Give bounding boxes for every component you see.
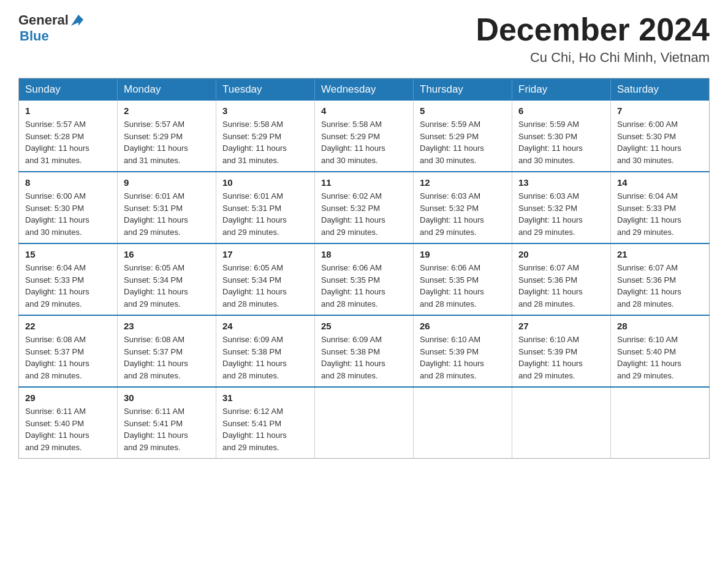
day-info: Sunrise: 6:01 AMSunset: 5:31 PMDaylight:… — [124, 190, 210, 238]
day-number: 3 — [222, 105, 308, 116]
calendar-cell: 3 Sunrise: 5:58 AMSunset: 5:29 PMDayligh… — [216, 101, 315, 172]
calendar-cell: 14 Sunrise: 6:04 AMSunset: 5:33 PMDaylig… — [611, 172, 710, 243]
logo-blue-text: Blue — [20, 28, 49, 44]
calendar-cell: 5 Sunrise: 5:59 AMSunset: 5:29 PMDayligh… — [414, 101, 512, 172]
calendar-table: SundayMondayTuesdayWednesdayThursdayFrid… — [18, 78, 710, 459]
calendar-cell: 28 Sunrise: 6:10 AMSunset: 5:40 PMDaylig… — [611, 315, 710, 387]
day-info: Sunrise: 5:57 AMSunset: 5:28 PMDaylight:… — [25, 118, 111, 166]
calendar-cell: 17 Sunrise: 6:05 AMSunset: 5:34 PMDaylig… — [216, 243, 315, 315]
weekday-header-sunday: Sunday — [19, 79, 118, 101]
calendar-cell: 21 Sunrise: 6:07 AMSunset: 5:36 PMDaylig… — [611, 243, 710, 315]
day-number: 10 — [222, 177, 308, 188]
day-number: 8 — [25, 177, 111, 188]
calendar-cell: 15 Sunrise: 6:04 AMSunset: 5:33 PMDaylig… — [19, 243, 118, 315]
calendar-cell: 23 Sunrise: 6:08 AMSunset: 5:37 PMDaylig… — [118, 315, 216, 387]
day-number: 25 — [321, 321, 407, 331]
calendar-cell — [414, 387, 512, 459]
day-info: Sunrise: 5:59 AMSunset: 5:30 PMDaylight:… — [518, 118, 604, 166]
logo-general-text: General — [18, 12, 69, 28]
day-info: Sunrise: 6:09 AMSunset: 5:38 PMDaylight:… — [321, 334, 407, 381]
calendar-cell: 25 Sunrise: 6:09 AMSunset: 5:38 PMDaylig… — [315, 315, 414, 387]
calendar-cell — [611, 387, 710, 459]
page-header: General Blue December 2024 Cu Chi, Ho Ch… — [18, 12, 710, 66]
calendar-cell: 11 Sunrise: 6:02 AMSunset: 5:32 PMDaylig… — [315, 172, 414, 243]
day-info: Sunrise: 5:59 AMSunset: 5:29 PMDaylight:… — [420, 118, 506, 166]
day-info: Sunrise: 5:58 AMSunset: 5:29 PMDaylight:… — [222, 118, 308, 166]
day-number: 22 — [25, 321, 111, 331]
day-number: 20 — [518, 249, 604, 259]
day-info: Sunrise: 6:04 AMSunset: 5:33 PMDaylight:… — [617, 190, 703, 238]
weekday-header-wednesday: Wednesday — [315, 79, 414, 101]
calendar-cell: 10 Sunrise: 6:01 AMSunset: 5:31 PMDaylig… — [216, 172, 315, 243]
day-number: 11 — [321, 177, 407, 188]
calendar-cell: 2 Sunrise: 5:57 AMSunset: 5:29 PMDayligh… — [118, 101, 216, 172]
day-number: 4 — [321, 105, 407, 116]
calendar-cell: 29 Sunrise: 6:11 AMSunset: 5:40 PMDaylig… — [19, 387, 118, 459]
day-info: Sunrise: 6:07 AMSunset: 5:36 PMDaylight:… — [518, 262, 604, 310]
day-info: Sunrise: 6:05 AMSunset: 5:34 PMDaylight:… — [222, 262, 308, 310]
weekday-header-row: SundayMondayTuesdayWednesdayThursdayFrid… — [19, 79, 710, 101]
day-number: 27 — [518, 321, 604, 331]
weekday-header-saturday: Saturday — [611, 79, 710, 101]
week-row-5: 29 Sunrise: 6:11 AMSunset: 5:40 PMDaylig… — [19, 387, 710, 459]
day-number: 28 — [617, 321, 703, 331]
day-info: Sunrise: 5:57 AMSunset: 5:29 PMDaylight:… — [124, 118, 210, 166]
day-info: Sunrise: 6:08 AMSunset: 5:37 PMDaylight:… — [25, 334, 111, 381]
day-number: 29 — [25, 393, 111, 403]
calendar-cell: 1 Sunrise: 5:57 AMSunset: 5:28 PMDayligh… — [19, 101, 118, 172]
calendar-cell: 13 Sunrise: 6:03 AMSunset: 5:32 PMDaylig… — [512, 172, 611, 243]
calendar-cell: 6 Sunrise: 5:59 AMSunset: 5:30 PMDayligh… — [512, 101, 611, 172]
logo: General Blue — [18, 12, 83, 44]
weekday-header-thursday: Thursday — [414, 79, 512, 101]
day-number: 21 — [617, 249, 703, 259]
day-info: Sunrise: 6:03 AMSunset: 5:32 PMDaylight:… — [420, 190, 506, 238]
day-info: Sunrise: 6:06 AMSunset: 5:35 PMDaylight:… — [321, 262, 407, 310]
day-number: 1 — [25, 105, 111, 116]
calendar-cell — [512, 387, 611, 459]
day-info: Sunrise: 6:00 AMSunset: 5:30 PMDaylight:… — [25, 190, 111, 238]
day-number: 5 — [420, 105, 506, 116]
day-info: Sunrise: 6:06 AMSunset: 5:35 PMDaylight:… — [420, 262, 506, 310]
calendar-cell: 12 Sunrise: 6:03 AMSunset: 5:32 PMDaylig… — [414, 172, 512, 243]
day-info: Sunrise: 6:00 AMSunset: 5:30 PMDaylight:… — [617, 118, 703, 166]
calendar-cell: 20 Sunrise: 6:07 AMSunset: 5:36 PMDaylig… — [512, 243, 611, 315]
day-info: Sunrise: 6:12 AMSunset: 5:41 PMDaylight:… — [222, 405, 308, 453]
day-info: Sunrise: 6:08 AMSunset: 5:37 PMDaylight:… — [124, 334, 210, 381]
day-info: Sunrise: 6:10 AMSunset: 5:39 PMDaylight:… — [518, 334, 604, 381]
day-info: Sunrise: 6:09 AMSunset: 5:38 PMDaylight:… — [222, 334, 308, 381]
day-number: 15 — [25, 249, 111, 259]
week-row-4: 22 Sunrise: 6:08 AMSunset: 5:37 PMDaylig… — [19, 315, 710, 387]
day-number: 30 — [124, 393, 210, 403]
day-info: Sunrise: 6:03 AMSunset: 5:32 PMDaylight:… — [518, 190, 604, 238]
day-info: Sunrise: 6:05 AMSunset: 5:34 PMDaylight:… — [124, 262, 210, 310]
day-number: 26 — [420, 321, 506, 331]
day-info: Sunrise: 6:04 AMSunset: 5:33 PMDaylight:… — [25, 262, 111, 310]
day-info: Sunrise: 6:07 AMSunset: 5:36 PMDaylight:… — [617, 262, 703, 310]
calendar-cell: 8 Sunrise: 6:00 AMSunset: 5:30 PMDayligh… — [19, 172, 118, 243]
logo-arrow-icon — [70, 13, 83, 27]
day-info: Sunrise: 6:11 AMSunset: 5:40 PMDaylight:… — [25, 405, 111, 453]
day-number: 13 — [518, 177, 604, 188]
day-info: Sunrise: 6:10 AMSunset: 5:39 PMDaylight:… — [420, 334, 506, 381]
calendar-cell: 27 Sunrise: 6:10 AMSunset: 5:39 PMDaylig… — [512, 315, 611, 387]
day-number: 18 — [321, 249, 407, 259]
day-number: 9 — [124, 177, 210, 188]
calendar-cell: 16 Sunrise: 6:05 AMSunset: 5:34 PMDaylig… — [118, 243, 216, 315]
calendar-cell: 22 Sunrise: 6:08 AMSunset: 5:37 PMDaylig… — [19, 315, 118, 387]
day-number: 12 — [420, 177, 506, 188]
calendar-cell: 9 Sunrise: 6:01 AMSunset: 5:31 PMDayligh… — [118, 172, 216, 243]
calendar-cell: 7 Sunrise: 6:00 AMSunset: 5:30 PMDayligh… — [611, 101, 710, 172]
day-number: 2 — [124, 105, 210, 116]
calendar-cell — [315, 387, 414, 459]
day-info: Sunrise: 6:10 AMSunset: 5:40 PMDaylight:… — [617, 334, 703, 381]
calendar-cell: 30 Sunrise: 6:11 AMSunset: 5:41 PMDaylig… — [118, 387, 216, 459]
weekday-header-monday: Monday — [118, 79, 216, 101]
day-number: 17 — [222, 249, 308, 259]
week-row-1: 1 Sunrise: 5:57 AMSunset: 5:28 PMDayligh… — [19, 101, 710, 172]
weekday-header-friday: Friday — [512, 79, 611, 101]
calendar-cell: 24 Sunrise: 6:09 AMSunset: 5:38 PMDaylig… — [216, 315, 315, 387]
day-number: 19 — [420, 249, 506, 259]
day-number: 24 — [222, 321, 308, 331]
calendar-cell: 19 Sunrise: 6:06 AMSunset: 5:35 PMDaylig… — [414, 243, 512, 315]
day-info: Sunrise: 6:02 AMSunset: 5:32 PMDaylight:… — [321, 190, 407, 238]
